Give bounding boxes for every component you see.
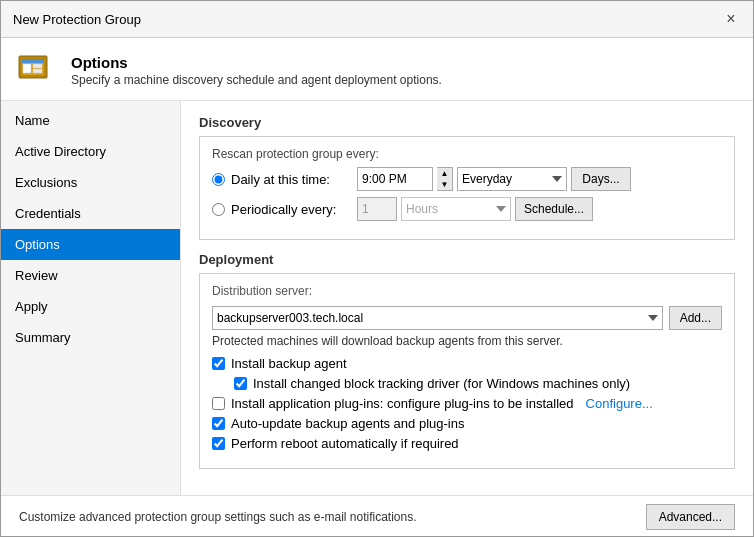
- sidebar-item-options[interactable]: Options: [1, 229, 180, 260]
- install-backup-agent-row: Install backup agent: [212, 356, 722, 371]
- sidebar-item-apply[interactable]: Apply: [1, 291, 180, 322]
- sidebar-item-credentials[interactable]: Credentials: [1, 198, 180, 229]
- perform-reboot-row: Perform reboot automatically if required: [212, 436, 722, 451]
- time-spinner: ▲ ▼: [437, 167, 453, 191]
- days-button[interactable]: Days...: [571, 167, 631, 191]
- everyday-dropdown[interactable]: Everyday Weekdays Weekends: [457, 167, 567, 191]
- add-server-button[interactable]: Add...: [669, 306, 722, 330]
- install-cbt-label[interactable]: Install changed block tracking driver (f…: [253, 376, 630, 391]
- periodically-row: Periodically every: Hours Minutes Schedu…: [212, 197, 722, 221]
- server-info-text: Protected machines will download backup …: [212, 334, 722, 348]
- time-group: ▲ ▼ Everyday Weekdays Weekends Days...: [357, 167, 631, 191]
- install-plugins-row: Install application plug-ins: configure …: [212, 396, 722, 411]
- auto-update-label[interactable]: Auto-update backup agents and plug-ins: [231, 416, 464, 431]
- sidebar: Name Active Directory Exclusions Credent…: [1, 101, 181, 495]
- deployment-group: Distribution server: backupserver003.tec…: [199, 273, 735, 469]
- hours-dropdown: Hours Minutes: [401, 197, 511, 221]
- deployment-section: Deployment Distribution server: backupse…: [199, 252, 735, 469]
- sidebar-item-name[interactable]: Name: [1, 105, 180, 136]
- title-bar: New Protection Group ×: [1, 1, 753, 38]
- periodically-label[interactable]: Periodically every:: [231, 202, 351, 217]
- configure-link[interactable]: Configure...: [586, 396, 653, 411]
- header-icon: [17, 50, 57, 90]
- auto-update-row: Auto-update backup agents and plug-ins: [212, 416, 722, 431]
- period-input: [357, 197, 397, 221]
- periodically-radio[interactable]: [212, 203, 225, 216]
- time-down[interactable]: ▼: [437, 179, 452, 190]
- svg-rect-2: [22, 59, 44, 63]
- dialog-title: New Protection Group: [13, 12, 141, 27]
- dist-server-label: Distribution server:: [212, 284, 722, 298]
- dist-server-dropdown[interactable]: backupserver003.tech.local: [212, 306, 663, 330]
- install-plugins-checkbox[interactable]: [212, 397, 225, 410]
- deployment-label: Deployment: [199, 252, 735, 267]
- perform-reboot-checkbox[interactable]: [212, 437, 225, 450]
- auto-update-checkbox[interactable]: [212, 417, 225, 430]
- daily-radio[interactable]: [212, 173, 225, 186]
- perform-reboot-label[interactable]: Perform reboot automatically if required: [231, 436, 459, 451]
- install-backup-agent-checkbox[interactable]: [212, 357, 225, 370]
- svg-rect-5: [33, 69, 42, 73]
- install-cbt-row: Install changed block tracking driver (f…: [234, 376, 722, 391]
- content-area: Discovery Rescan protection group every:…: [181, 101, 753, 495]
- advanced-button[interactable]: Advanced...: [646, 504, 735, 530]
- discovery-label: Discovery: [199, 115, 735, 130]
- period-group: Hours Minutes Schedule...: [357, 197, 593, 221]
- header: Options Specify a machine discovery sche…: [1, 38, 753, 101]
- sidebar-item-review[interactable]: Review: [1, 260, 180, 291]
- sidebar-item-exclusions[interactable]: Exclusions: [1, 167, 180, 198]
- close-button[interactable]: ×: [721, 9, 741, 29]
- time-input[interactable]: [357, 167, 433, 191]
- svg-rect-4: [33, 64, 42, 68]
- advanced-text: Customize advanced protection group sett…: [19, 510, 417, 524]
- install-cbt-checkbox[interactable]: [234, 377, 247, 390]
- install-backup-agent-label[interactable]: Install backup agent: [231, 356, 347, 371]
- dist-server-row: backupserver003.tech.local Add...: [212, 306, 722, 330]
- header-title: Options: [71, 54, 442, 71]
- schedule-button[interactable]: Schedule...: [515, 197, 593, 221]
- install-plugins-label[interactable]: Install application plug-ins: configure …: [231, 396, 574, 411]
- rescan-label: Rescan protection group every:: [212, 147, 722, 161]
- sidebar-item-active-directory[interactable]: Active Directory: [1, 136, 180, 167]
- daily-row: Daily at this time: ▲ ▼ Everyday Weekday…: [212, 167, 722, 191]
- time-up[interactable]: ▲: [437, 168, 452, 179]
- sidebar-item-summary[interactable]: Summary: [1, 322, 180, 353]
- daily-label[interactable]: Daily at this time:: [231, 172, 351, 187]
- dialog: New Protection Group × Options Specify a…: [0, 0, 754, 537]
- discovery-group: Rescan protection group every: Daily at …: [199, 136, 735, 240]
- svg-rect-3: [23, 64, 31, 73]
- footer-advanced: Customize advanced protection group sett…: [1, 495, 753, 537]
- header-subtitle: Specify a machine discovery schedule and…: [71, 73, 442, 87]
